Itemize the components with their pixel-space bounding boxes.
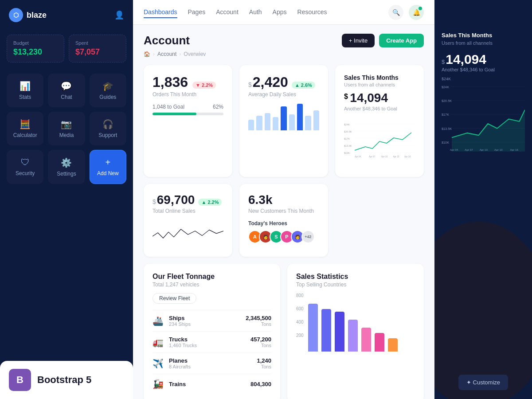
topnav-link-auth[interactable]: Auth (249, 7, 262, 18)
svg-text:$17K: $17K (344, 137, 350, 140)
fleet-planes-sub: 8 Aircrafts (169, 364, 191, 369)
vbar-6 (375, 333, 384, 352)
sidebar-menu-icon[interactable]: 👤 (114, 10, 124, 20)
topnav-link-dashboards[interactable]: Dashboards (144, 7, 177, 18)
svg-text:Apr 13: Apr 13 (393, 156, 399, 158)
svg-text:$13.5K: $13.5K (442, 127, 452, 131)
sales-month-chart: $24K $20.5K $17K $13.5K $10K Apr 04 (344, 115, 415, 168)
orders-value: 1,836 (153, 74, 188, 90)
notification-button[interactable]: 🔔 (409, 5, 424, 20)
rp-line-chart: $24K $20.5K $17K $13.5K $10K Apr 04 Apr … (442, 82, 525, 156)
bar-4 (273, 117, 278, 130)
media-icon: 📷 (61, 119, 72, 129)
sidebar-item-settings[interactable]: ⚙️ Settings (48, 150, 85, 184)
daily-sales-prefix: $ (248, 81, 252, 88)
stats-grid2: $ 69,700 ▲ 2.2% Total Online Sales 6.3k … (144, 184, 424, 257)
dark-blob (434, 222, 532, 399)
sidebar-item-settings-label: Settings (57, 171, 76, 177)
sidebar: ⬡ blaze 👤 Budget $13,230 Spent $7,057 📊 … (0, 0, 133, 399)
topnav-link-pages[interactable]: Pages (188, 7, 206, 18)
y-label-800: 800 (296, 293, 304, 298)
nav-grid: 📊 Stats 💬 Chat 🎓 Guides 🧮 Calculator 📷 M… (0, 69, 133, 188)
svg-text:Apr 07: Apr 07 (369, 156, 375, 158)
svg-text:Apr 07: Apr 07 (465, 148, 473, 151)
sidebar-item-guides-label: Guides (99, 94, 116, 100)
create-app-button[interactable]: Create App (379, 34, 424, 47)
orders-label: Orders This Month (153, 91, 223, 98)
daily-sales-chart (248, 104, 319, 130)
budget-value: $13,230 (13, 47, 58, 57)
page-actions: + Invite Create App (342, 34, 424, 47)
vbar-7 (388, 338, 398, 352)
breadcrumb-account[interactable]: Account (157, 51, 176, 57)
sidebar-header: ⬡ blaze 👤 (0, 0, 133, 30)
rp-big-val: 14,094 (446, 52, 486, 67)
sidebar-item-stats-label: Stats (19, 94, 31, 100)
svg-text:$20.5K: $20.5K (344, 130, 352, 133)
svg-text:Apr 16: Apr 16 (404, 156, 411, 158)
fleet-trains-num: 804,300 (250, 381, 271, 387)
svg-text:$10K: $10K (344, 152, 350, 154)
sidebar-item-chat[interactable]: 💬 Chat (48, 74, 85, 107)
avatar-count: +42 (301, 230, 315, 243)
online-sales-label: Total Online Sales (153, 208, 223, 214)
svg-text:Apr 04: Apr 04 (355, 156, 361, 158)
sidebar-item-support[interactable]: 🎧 Support (90, 112, 126, 145)
fleet-trucks-name: Trucks (169, 336, 197, 343)
sidebar-item-stats[interactable]: 📊 Stats (7, 74, 43, 107)
sidebar-item-guides[interactable]: 🎓 Guides (90, 74, 126, 107)
topnav-right: 🔍 🔔 (388, 5, 424, 20)
goal-text: 1,048 to Goal (153, 104, 184, 110)
fleet-row-trucks: 🚛 Trucks 1,460 Trucks 457,200 Tons (153, 331, 271, 352)
fleet-sub: Total 1,247 vehicles (153, 282, 271, 288)
new-customers-card: 6.3k New Customers This Month Today's He… (239, 184, 328, 257)
customize-button[interactable]: ✦ Customize (458, 375, 508, 390)
sidebar-item-media[interactable]: 📷 Media (48, 112, 85, 145)
breadcrumb-current: Overwiev (184, 51, 206, 57)
wavy-chart (153, 221, 223, 248)
review-fleet-button[interactable]: Review Fleet (153, 293, 196, 304)
heroes-avatars: A 👩 S P 👩 +42 (248, 230, 319, 243)
fleet-trucks-val: 457,200 Tons (250, 336, 271, 348)
orders-card: 1,836 ▼ 2.2% Orders This Month 1,048 to … (144, 65, 232, 177)
fleet-ships-info: Ships 234 Ships (169, 315, 191, 327)
budget-label: Budget (13, 40, 58, 46)
svg-text:$24K: $24K (442, 85, 449, 89)
sidebar-item-security[interactable]: 🛡 Security (7, 150, 43, 184)
logo-icon: ⬡ (9, 8, 23, 22)
sidebar-item-add-new[interactable]: + Add New (90, 150, 126, 184)
fleet-planes-val: 1,240 Tons (257, 357, 271, 369)
sidebar-item-calculator[interactable]: 🧮 Calculator (7, 112, 43, 145)
svg-marker-25 (452, 110, 525, 152)
vbar-4 (348, 320, 358, 352)
sidebar-item-security-label: Security (16, 170, 35, 176)
rp-chart-area: $24K $24K $20.5K $17K $13.5K $10K (442, 77, 525, 158)
rp-y-24k: $24K (442, 77, 451, 81)
bar-chart-horiz (308, 298, 415, 352)
new-customers-label: New Customers This Month (248, 208, 319, 214)
online-sales-value: 69,700 (157, 193, 195, 207)
sales-stats-sub: Top Selling Countries (296, 282, 415, 288)
progress-bar (153, 113, 223, 115)
invite-button[interactable]: + Invite (342, 34, 375, 47)
svg-text:Apr 04: Apr 04 (450, 148, 458, 151)
vbar-5 (361, 328, 371, 352)
search-button[interactable]: 🔍 (388, 5, 403, 20)
bar-6 (289, 114, 295, 130)
bootstrap-logo: B (9, 369, 31, 391)
topnav-link-apps[interactable]: Apps (273, 7, 287, 18)
right-panel: Sales This Months Users from all channel… (434, 0, 532, 399)
fleet-planes-info: Planes 8 Aircrafts (169, 357, 191, 369)
fleet-ships-unit: Tons (246, 321, 271, 327)
topnav-link-resources[interactable]: Resources (297, 7, 327, 18)
stats-grid: 1,836 ▼ 2.2% Orders This Month 1,048 to … (144, 65, 424, 177)
vbar-1 (308, 304, 318, 352)
svg-text:Apr 16: Apr 16 (510, 148, 519, 151)
topnav-link-account[interactable]: Account (216, 7, 239, 18)
planes-icon: ✈️ (153, 358, 164, 369)
svg-text:$24K: $24K (344, 123, 350, 126)
sales-line-chart-svg: $24K $20.5K $17K $13.5K $10K Apr 04 (344, 115, 415, 168)
online-sales-card: $ 69,700 ▲ 2.2% Total Online Sales (144, 184, 232, 257)
spent-value: $7,057 (75, 47, 120, 57)
page-content: Account + Invite Create App 🏠 › Account … (133, 25, 434, 399)
